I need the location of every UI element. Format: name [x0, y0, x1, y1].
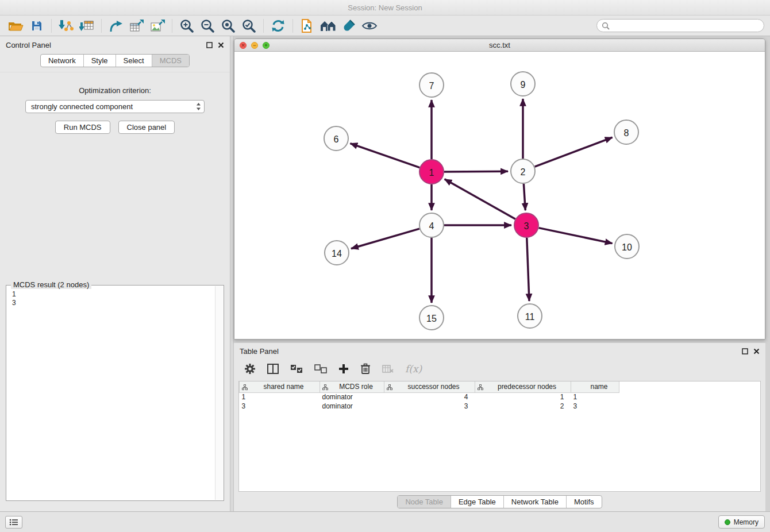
mcds-result-text[interactable]: 1 3: [7, 286, 215, 500]
network-window-titlebar: ✕ − + scc.txt: [234, 39, 765, 52]
vertical-splitter[interactable]: [230, 36, 234, 511]
save-session-button[interactable]: [26, 17, 47, 34]
zoom-in-button[interactable]: [176, 17, 197, 34]
table-cell[interactable]: dominator: [320, 392, 384, 402]
add-column-button[interactable]: [338, 364, 349, 374]
toolbar-separator: [51, 19, 52, 33]
tab-edge-table[interactable]: Edge Table: [451, 496, 503, 508]
zoom-out-button[interactable]: [197, 17, 218, 34]
tab-node-table[interactable]: Node Table: [398, 496, 451, 508]
search-input[interactable]: [596, 19, 764, 32]
deselect-all-columns-button[interactable]: [314, 364, 327, 373]
close-panel-icon[interactable]: [218, 42, 224, 48]
memory-label: Memory: [734, 518, 759, 526]
table-cell[interactable]: dominator: [320, 402, 384, 411]
delete-column-button[interactable]: [360, 363, 371, 375]
network-canvas[interactable]: 7968124314101511: [234, 52, 765, 339]
float-window-icon[interactable]: [206, 42, 213, 48]
column-header-name[interactable]: name: [571, 381, 619, 392]
result-scrollbar[interactable]: [215, 286, 223, 500]
network-window: ✕ − + scc.txt 7968124314101511: [234, 38, 765, 340]
graph-node-9[interactable]: 9: [511, 72, 535, 96]
run-mcds-button[interactable]: Run MCDS: [55, 121, 110, 134]
select-all-columns-button[interactable]: [290, 364, 303, 373]
close-window-icon[interactable]: ✕: [240, 42, 247, 49]
table-cell[interactable]: 3: [571, 402, 619, 411]
tab-network[interactable]: Network: [41, 55, 83, 67]
table-cell[interactable]: 3: [240, 402, 320, 411]
application-window: Session: New Session: [0, 0, 770, 532]
export-table-button[interactable]: [126, 17, 147, 34]
column-header-predecessor-nodes[interactable]: predecessor nodes: [475, 381, 571, 392]
graph-node-15[interactable]: 15: [419, 306, 444, 330]
table-cell[interactable]: 4: [384, 392, 475, 402]
refresh-view-button[interactable]: [268, 17, 288, 34]
table-header-row: shared name MCDS role successor nodes pr…: [240, 381, 619, 392]
network-graph[interactable]: 7968124314101511: [234, 52, 765, 339]
graph-node-8[interactable]: 8: [614, 120, 638, 144]
graph-node-11[interactable]: 11: [518, 304, 542, 328]
graph-edge-1-6[interactable]: [351, 144, 420, 168]
close-panel-icon[interactable]: [753, 348, 760, 354]
criterion-dropdown[interactable]: strongly connected component: [25, 100, 205, 113]
show-graphics-button[interactable]: [359, 17, 380, 34]
neighbors-button[interactable]: [318, 17, 338, 34]
export-image-button[interactable]: [147, 17, 168, 34]
column-header-successor-nodes[interactable]: successor nodes: [384, 381, 475, 392]
graph-edge-3-11[interactable]: [527, 238, 529, 301]
task-history-button[interactable]: [5, 516, 22, 529]
column-header-shared-name[interactable]: shared name: [240, 381, 320, 392]
graph-edge-3-1[interactable]: [445, 179, 515, 219]
table-cell[interactable]: 3: [384, 402, 475, 411]
tab-motifs[interactable]: Motifs: [566, 496, 602, 508]
zoom-fit-button[interactable]: [218, 17, 238, 34]
tab-mcds[interactable]: MCDS: [152, 55, 189, 67]
graph-edge-3-10[interactable]: [539, 228, 613, 244]
memory-button[interactable]: Memory: [718, 515, 765, 529]
main-area: Control Panel Network Style Select MCDS: [0, 36, 770, 511]
graph-node-2[interactable]: 2: [511, 159, 535, 183]
column-header-mcds-role[interactable]: MCDS role: [320, 381, 384, 392]
control-panel-header: Control Panel: [0, 36, 230, 53]
graph-node-label: 2: [521, 167, 526, 177]
graph-node-4[interactable]: 4: [419, 213, 444, 237]
import-table-button[interactable]: [76, 17, 97, 34]
toolbar-separator: [292, 19, 293, 33]
document-share-button[interactable]: [297, 17, 318, 34]
tab-select[interactable]: Select: [116, 55, 152, 67]
export-table-icon: [129, 20, 144, 32]
table-cell[interactable]: 1: [571, 392, 619, 402]
graph-node-10[interactable]: 10: [615, 234, 639, 259]
table-settings-button[interactable]: [244, 363, 256, 375]
graph-edge-1-2[interactable]: [444, 171, 508, 172]
import-network-button[interactable]: [56, 17, 76, 34]
show-columns-button[interactable]: [267, 364, 279, 374]
table-cell[interactable]: 1: [475, 392, 571, 402]
table-cell[interactable]: 2: [475, 402, 571, 411]
tab-style[interactable]: Style: [83, 55, 116, 67]
graph-node-3[interactable]: 3: [514, 213, 538, 237]
control-panel-tabstrip: Network Style Select MCDS: [0, 53, 230, 72]
graph-node-7[interactable]: 7: [419, 73, 444, 97]
float-window-icon[interactable]: [742, 348, 748, 354]
graph-node-1[interactable]: 1: [419, 160, 444, 184]
tab-network-table[interactable]: Network Table: [503, 496, 566, 508]
close-panel-button[interactable]: Close panel: [118, 121, 175, 134]
graph-node-label: 14: [332, 249, 342, 259]
graph-node-14[interactable]: 14: [325, 241, 349, 265]
table-cell[interactable]: 1: [240, 392, 320, 402]
select-all-icon: [290, 364, 303, 373]
paint-style-button[interactable]: [338, 17, 359, 34]
graph-edge-2-8[interactable]: [535, 137, 613, 167]
export-network-button[interactable]: [106, 17, 126, 34]
memory-status-icon: [725, 519, 730, 525]
graph-edge-4-14[interactable]: [351, 229, 419, 249]
graph-node-6[interactable]: 6: [324, 126, 348, 151]
open-file-button[interactable]: [6, 17, 26, 34]
minimize-window-icon[interactable]: −: [251, 42, 258, 49]
maximize-window-icon[interactable]: +: [263, 42, 270, 49]
table-row[interactable]: 3dominator323: [240, 402, 619, 411]
table-row[interactable]: 1dominator411: [240, 392, 619, 402]
graph-edge-2-3[interactable]: [523, 184, 525, 210]
zoom-selected-button[interactable]: [238, 17, 259, 34]
